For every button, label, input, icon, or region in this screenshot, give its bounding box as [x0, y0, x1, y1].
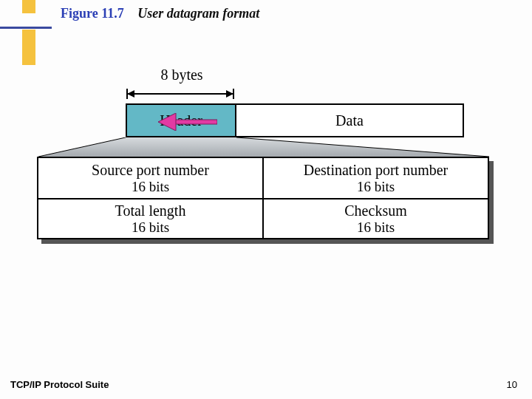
field-checksum: Checksum 16 bits: [262, 200, 488, 238]
data-segment: Data: [236, 105, 463, 136]
svg-marker-6: [158, 113, 176, 131]
figure-title: Figure 11.7 User datagram format: [61, 6, 259, 21]
transmit-arrow-icon: [158, 113, 217, 131]
title-decor-line: [0, 27, 52, 29]
header-expansion-lines: [37, 137, 492, 157]
header-size-label: 8 bytes: [145, 66, 219, 83]
field-name: Source port number: [92, 162, 209, 179]
field-name: Destination port number: [304, 162, 449, 179]
footer-text: TCP/IP Protocol Suite: [10, 379, 109, 390]
figure-number: Figure 11.7: [61, 6, 124, 21]
header-size-bracket: [126, 87, 235, 100]
field-bits: 16 bits: [132, 179, 169, 195]
field-name: Total length: [115, 202, 186, 219]
svg-marker-3: [127, 90, 134, 98]
table-row: Source port number 16 bits Destination p…: [38, 158, 488, 198]
title-decor-top: [22, 0, 35, 13]
field-dest-port: Destination port number 16 bits: [262, 158, 488, 198]
field-name: Checksum: [344, 202, 406, 219]
udp-datagram-diagram: 8 bytes Header Data: [37, 103, 488, 239]
field-source-port: Source port number 16 bits: [38, 158, 262, 198]
title-decor-bottom: [22, 30, 35, 65]
svg-marker-4: [226, 90, 233, 98]
table-row: Total length 16 bits Checksum 16 bits: [38, 198, 488, 238]
data-segment-label: Data: [335, 112, 364, 129]
svg-rect-5: [173, 120, 217, 124]
header-fields-table: Source port number 16 bits Destination p…: [37, 157, 489, 239]
svg-marker-7: [38, 137, 489, 157]
field-bits: 16 bits: [357, 179, 395, 195]
datagram-bar: Header Data: [126, 103, 464, 137]
field-total-length: Total length 16 bits: [38, 200, 262, 238]
field-bits: 16 bits: [357, 219, 395, 236]
figure-caption: User datagram format: [137, 6, 259, 21]
page-number: 10: [507, 379, 517, 390]
field-bits: 16 bits: [132, 219, 169, 236]
